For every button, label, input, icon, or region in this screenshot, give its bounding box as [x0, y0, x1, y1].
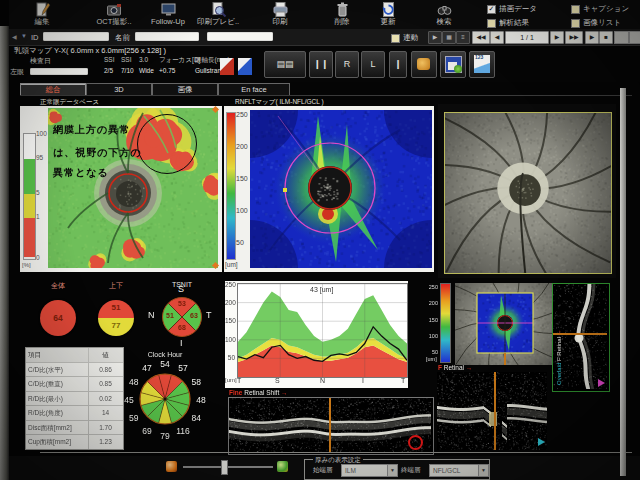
link-checkbox-box[interactable] [391, 34, 400, 43]
stop-button[interactable]: ■ [599, 31, 613, 44]
disabled-button-1[interactable] [614, 31, 629, 44]
clock-hour-value: 116 [174, 426, 192, 436]
toolbar-item-print-preview[interactable]: 印刷プレビ.. [192, 1, 244, 28]
percent-scale-white [24, 134, 35, 159]
clock-hour-value: 84 [187, 413, 205, 423]
toolbar-item-edit[interactable]: 編集 [16, 1, 68, 28]
disabled-button-2[interactable] [629, 31, 640, 44]
report-blue-icon[interactable] [238, 58, 252, 75]
patient-kana-field[interactable] [207, 32, 273, 41]
percent-scale-yellow [24, 194, 35, 218]
um-small-tick: 200 [424, 300, 438, 306]
thumbnail-strip-button[interactable]: ▤▤ [264, 51, 306, 78]
patient-name-field[interactable] [135, 32, 199, 41]
follow-up-icon [160, 1, 177, 18]
opacity-min-icon[interactable] [166, 461, 177, 472]
play-button[interactable]: ▶ [585, 31, 599, 44]
left-eye-button[interactable]: L [361, 51, 385, 78]
normative-map-panel: 10095510[%] 網膜上方の異常 は、視野の下方の 異常となる [20, 106, 222, 272]
back-icon[interactable]: ◀ [12, 33, 17, 40]
rnfl-thickness-map[interactable] [250, 110, 432, 268]
nav-list-icon[interactable]: ≡ [456, 31, 470, 44]
right-eye-button[interactable]: R [335, 51, 359, 78]
first-record-button[interactable]: ◀◀ [472, 31, 490, 44]
table-header-item: 項目 [26, 348, 89, 362]
next-record-button[interactable]: ▶ [550, 31, 564, 44]
end-layer-label: 終端層 [401, 466, 421, 475]
patient-bar: ◀ ▼ ID 名前 連動 ▶▦≡◀◀◀1 / 1▶▶▶▶■ [9, 29, 640, 46]
filter-icon[interactable]: ▼ [21, 33, 27, 39]
nav-grid-icon[interactable]: ▦ [442, 31, 456, 44]
end-layer-select[interactable]: NFL/GCL ▼ [429, 464, 489, 477]
superior-gauge-value: 51 [109, 303, 123, 312]
annotation-circle [137, 114, 197, 174]
um-small-tick: 50 [424, 349, 438, 355]
f-label-arrow-icon: → [466, 364, 473, 371]
fundus-thumbnail-with-map[interactable] [455, 283, 559, 365]
chevron-down-icon[interactable]: ▼ [478, 465, 488, 476]
clock-hour-title: Clock Hour [135, 351, 195, 358]
fundus-photo[interactable] [444, 112, 612, 274]
link-checkbox[interactable]: 連動 [391, 33, 418, 43]
bscan-cursor-line[interactable] [329, 398, 331, 452]
f-retinal-bscan-viewport[interactable] [437, 372, 547, 450]
counter-123-button[interactable]: 123 [469, 51, 495, 78]
patient-id-field[interactable] [43, 32, 109, 41]
toolbar-item-oct-capture[interactable]: OCT撮影.. [88, 1, 140, 28]
profile-ylabel: [um] [225, 377, 237, 383]
opacity-max-icon[interactable] [277, 461, 288, 472]
display-checkbox-0[interactable]: ✓描画データ [487, 4, 537, 14]
overall-gauge-value: 64 [51, 313, 65, 323]
toolbar-item-search[interactable]: 検索 [418, 1, 470, 28]
um-small-unit: [um] [426, 356, 437, 362]
percent-scale-green [24, 159, 35, 194]
cyan-arrow-icon[interactable] [538, 438, 545, 446]
tsnit-letter-i: I [180, 338, 183, 348]
table-row: C/D比(垂直)0.85 [26, 376, 123, 391]
save-button[interactable] [440, 51, 466, 78]
display-checkbox-2[interactable]: 解析結果 [487, 18, 529, 28]
chevron-down-icon[interactable]: ▼ [387, 465, 397, 476]
toolbar-item-delete[interactable]: 削除 [316, 1, 368, 28]
profile-xtick: T [237, 377, 241, 384]
table-cell-item: C/D比(垂直) [26, 377, 89, 391]
fine-bscan-viewport[interactable] [228, 397, 434, 455]
checkbox-label: 画像リスト [583, 18, 621, 28]
toolbar-item-follow-up[interactable]: Follow-Up [142, 1, 194, 28]
refresh-badge-icon [454, 65, 462, 73]
opacity-slider-track[interactable] [183, 466, 273, 468]
display-checkbox-1[interactable]: キャプション [571, 4, 629, 14]
checkbox-box[interactable]: ✓ [487, 5, 496, 14]
annotation-line-3: 異常となる [53, 166, 109, 180]
tsnit-i-value: 68 [176, 324, 188, 331]
toolbar-item-label: Follow-Up [142, 17, 194, 26]
toolbar-item-refresh[interactable]: 更新 [362, 1, 414, 28]
checkbox-box[interactable] [571, 19, 580, 28]
opacity-slider-knob[interactable] [221, 460, 228, 475]
toolbar-item-label: 更新 [362, 17, 414, 27]
start-layer-value: ILM [345, 467, 356, 474]
nav-pointer-icon[interactable]: ▶ [428, 31, 442, 44]
magenta-arrow-icon[interactable] [598, 379, 605, 387]
start-layer-select[interactable]: ILM ▼ [341, 464, 398, 477]
last-record-button[interactable]: ▶▶ [565, 31, 583, 44]
acquire-button[interactable] [411, 51, 437, 78]
toolbar-item-print[interactable]: 印刷 [254, 1, 306, 28]
bscan-cursor-line-2[interactable] [494, 372, 496, 450]
both-eyes-button[interactable]: ❙❙ [309, 51, 333, 78]
f-retinal-bscan-image[interactable] [437, 372, 547, 450]
single-view-button[interactable]: ❙ [389, 51, 407, 78]
profile-xtick: I [362, 377, 364, 384]
report-red-icon[interactable] [220, 58, 234, 75]
prev-record-button[interactable]: ◀ [490, 31, 504, 44]
profile-xtick: N [320, 377, 325, 384]
fine-label-rest: Retinal Shift [244, 389, 279, 396]
display-checkbox-3[interactable]: 画像リスト [571, 18, 621, 28]
checkbox-box[interactable] [487, 19, 496, 28]
scan-param-header-2: 3.0 [139, 56, 148, 63]
f-label-red: F [438, 364, 442, 371]
tsnit-profile-chart[interactable] [237, 283, 408, 378]
table-header-row: 項目値 [26, 348, 123, 362]
checkbox-box[interactable] [571, 5, 580, 14]
scan-param-header-1: SSI [121, 56, 131, 63]
